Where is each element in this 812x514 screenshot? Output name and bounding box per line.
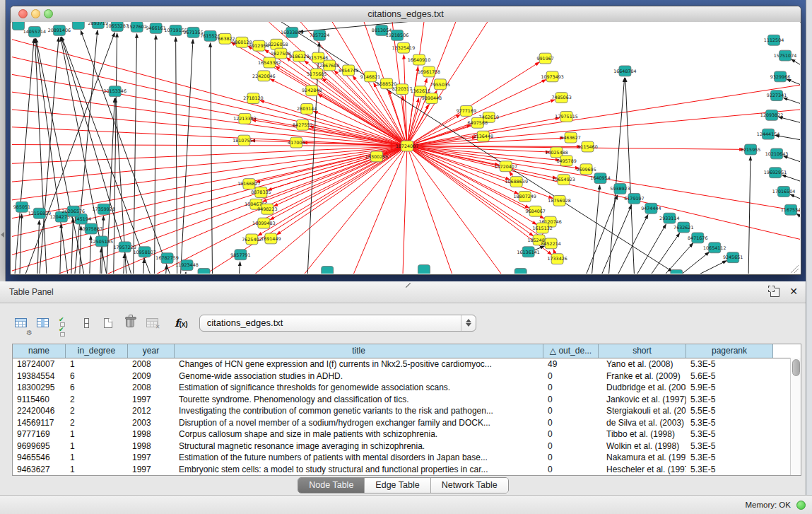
table-select-dropdown[interactable]: citations_edges.txt bbox=[199, 315, 476, 332]
graph-node[interactable]: 1733426 bbox=[547, 254, 567, 264]
column-header-name[interactable]: name bbox=[13, 344, 66, 358]
table-row[interactable]: 969969511998Structural magnetic resonanc… bbox=[13, 440, 801, 452]
graph-node[interactable]: 8186328 bbox=[289, 51, 309, 62]
graph-node[interactable]: 7632621 bbox=[673, 222, 693, 233]
graph-node[interactable]: 19654923 bbox=[552, 175, 575, 185]
right-panel-edge[interactable] bbox=[806, 0, 812, 495]
graph-node[interactable]: 2933114 bbox=[659, 213, 679, 223]
graph-node[interactable]: 7955035 bbox=[430, 79, 450, 90]
graph-node[interactable]: 7625402 bbox=[242, 234, 261, 245]
graph-node[interactable]: 16961758 bbox=[418, 66, 440, 77]
column-header-title[interactable]: title bbox=[175, 344, 543, 358]
table-row[interactable]: 946362711997Embryonic stem cells: a mode… bbox=[13, 464, 801, 476]
graph-node[interactable] bbox=[418, 265, 430, 274]
graph-node[interactable]: 9474444 bbox=[641, 203, 661, 214]
graph-node[interactable]: 2718120 bbox=[243, 93, 263, 104]
column-header-year[interactable]: year bbox=[128, 344, 175, 358]
table-mode-button[interactable]: ⚙ bbox=[11, 314, 30, 332]
graph-node[interactable]: 1527602 bbox=[126, 22, 146, 32]
graph-node[interactable]: 16099483 bbox=[252, 218, 275, 228]
graph-node[interactable]: 20891406 bbox=[48, 25, 71, 35]
graph-node[interactable] bbox=[72, 22, 84, 29]
graph-node[interactable]: 991967 bbox=[536, 53, 553, 64]
tab-edge-table[interactable]: Edge Table bbox=[365, 478, 430, 493]
graph-node[interactable]: 9227341 bbox=[767, 90, 787, 101]
close-panel-icon[interactable]: ✕ bbox=[789, 286, 798, 297]
column-header-out_de[interactable]: △ out_de... bbox=[543, 344, 599, 358]
create-column-button[interactable] bbox=[99, 314, 117, 332]
svg-text:20153346: 20153346 bbox=[103, 88, 126, 93]
column-header-short[interactable]: short bbox=[599, 344, 686, 358]
graph-node[interactable]: 18107554 bbox=[233, 135, 255, 146]
graph-node[interactable]: 9857791 bbox=[230, 250, 250, 260]
graph-node[interactable] bbox=[671, 270, 683, 274]
delete-table-button[interactable] bbox=[143, 314, 161, 332]
graph-node[interactable]: 6179197 bbox=[624, 193, 644, 204]
graph-node[interactable]: 9699695 bbox=[576, 164, 596, 175]
graph-node[interactable]: 8471676 bbox=[688, 233, 707, 243]
row-options-button[interactable] bbox=[77, 314, 95, 332]
graph-node[interactable]: 10654112 bbox=[703, 243, 726, 253]
graph-node[interactable]: 16033809 bbox=[281, 27, 303, 37]
graph-node[interactable]: 5938923 bbox=[610, 184, 630, 194]
graph-node[interactable]: 19692951 bbox=[764, 168, 787, 178]
graph-node[interactable]: 10653287 bbox=[105, 22, 128, 31]
scrollbar-thumb[interactable] bbox=[792, 359, 800, 376]
table-scrollbar[interactable] bbox=[790, 358, 801, 475]
graph-node[interactable]: 14055714 bbox=[23, 26, 46, 37]
graph-node[interactable]: 9463627 bbox=[560, 132, 580, 143]
graph-node[interactable]: 10975887 bbox=[80, 223, 102, 234]
table-row[interactable]: 1938455462009Genome-wide association stu… bbox=[13, 370, 801, 382]
window-resize-grip[interactable] bbox=[791, 265, 799, 273]
graph-node[interactable] bbox=[514, 269, 526, 274]
graph-node[interactable]: 17359928 bbox=[93, 204, 115, 214]
column-header-pagerank[interactable]: pagerank bbox=[686, 344, 773, 358]
graph-node[interactable]: 16136141 bbox=[517, 247, 539, 257]
graph-node[interactable]: 11923448 bbox=[175, 260, 198, 271]
citation-network-graph[interactable]: 1405571420891406289371910653287152760294… bbox=[11, 22, 800, 274]
graph-node[interactable]: 12156829 bbox=[28, 208, 51, 218]
graph-node[interactable]: 1112504 bbox=[764, 35, 784, 45]
graph-node[interactable]: 16648784 bbox=[613, 66, 636, 76]
graph-node[interactable]: 7857224 bbox=[310, 30, 329, 40]
graph-node[interactable]: 10210643 bbox=[765, 148, 788, 159]
graph-node[interactable]: 8215955 bbox=[741, 144, 760, 155]
graph-node[interactable]: 9466161 bbox=[146, 23, 165, 33]
left-panel-edge[interactable] bbox=[0, 0, 6, 281]
column-checklist-button[interactable] bbox=[55, 314, 73, 332]
graph-node[interactable] bbox=[198, 269, 210, 274]
table-row[interactable]: 1872400712008Changes of HCN gene express… bbox=[13, 358, 801, 370]
table-row[interactable]: 946554611997Estimation of the future num… bbox=[13, 452, 801, 464]
graph-node[interactable]: 1640954 bbox=[590, 173, 610, 184]
float-panel-icon[interactable] bbox=[770, 288, 779, 297]
graph-node[interactable]: 1167534 bbox=[781, 204, 800, 215]
graph-node[interactable]: 8454749 bbox=[339, 65, 358, 76]
tab-network-table[interactable]: Network Table bbox=[431, 478, 508, 493]
graph-node[interactable]: 16782759 bbox=[155, 253, 178, 264]
network-window[interactable]: citations_edges.txt 14055714208914062893… bbox=[10, 6, 801, 275]
graph-node[interactable]: 20153346 bbox=[103, 86, 126, 97]
table-row[interactable]: 1830029562008Estimation of significance … bbox=[13, 382, 801, 394]
network-view-canvas[interactable]: 1405571420891406289371910653287152760294… bbox=[11, 22, 800, 274]
table-row[interactable]: 1456911722003Disruption of a novel membe… bbox=[13, 417, 801, 429]
graph-node[interactable]: 10688639 bbox=[505, 177, 527, 187]
table-row[interactable]: 2242004622012Investigating the contribut… bbox=[13, 405, 801, 417]
show-columns-button[interactable] bbox=[33, 314, 52, 332]
function-builder-button[interactable]: f(x) bbox=[175, 317, 188, 329]
graph-node[interactable]: 9329966 bbox=[770, 71, 790, 82]
graph-node[interactable]: 15751074 bbox=[774, 50, 796, 61]
graph-node[interactable]: 12444154 bbox=[757, 129, 779, 139]
graph-node[interactable]: 7485063 bbox=[551, 93, 571, 103]
graph-node[interactable]: 9115460 bbox=[577, 141, 597, 152]
table-row[interactable]: 977716911998Corpus callosum shape and si… bbox=[13, 428, 801, 440]
graph-node[interactable] bbox=[322, 267, 334, 274]
tab-node-table[interactable]: Node Table bbox=[298, 478, 365, 493]
column-header-in_degree[interactable]: in_degree bbox=[66, 344, 128, 358]
graph-node[interactable]: 16640910 bbox=[408, 54, 430, 65]
network-window-titlebar[interactable]: citations_edges.txt bbox=[11, 6, 801, 23]
graph-node[interactable]: 1691449 bbox=[261, 233, 281, 244]
delete-column-button[interactable] bbox=[121, 314, 139, 332]
graph-node[interactable]: 417004 bbox=[288, 137, 305, 148]
graph-node[interactable]: 10958107 bbox=[133, 247, 155, 257]
table-row[interactable]: 911546021997Tourette syndrome. Phenomeno… bbox=[13, 394, 801, 406]
